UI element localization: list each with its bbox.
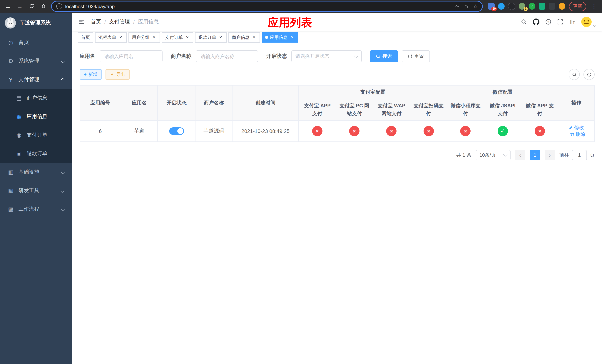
url-text: localhost:1024/pay/app [65,3,115,9]
extension-emoji-icon[interactable] [559,3,565,10]
help-icon[interactable]: ? [545,19,551,25]
extension-avatar-icon[interactable]: 1 [519,3,525,10]
site-info-icon[interactable]: i [56,3,62,9]
tab-process-form[interactable]: 流程表单× [95,32,127,43]
reset-button[interactable]: 重置 [402,50,430,62]
sidebar-item-refund-order[interactable]: ▣ 退款订单 [0,144,72,163]
browser-home-icon[interactable] [39,3,47,10]
close-icon[interactable]: × [151,35,157,40]
sidebar-item-app-info[interactable]: ▦ 应用信息 [0,107,72,126]
chevron-down-icon [593,23,597,27]
browser-update-button[interactable]: 更新 [569,2,586,11]
page-size-select[interactable]: 10条/页 [476,150,511,160]
sidebar-item-infrastructure[interactable]: ▥ 基础设施 [0,163,72,182]
sidebar-item-pay-order[interactable]: ◉ 支付订单 [0,126,72,144]
sidebar: 芋道管理系统 ◷ 首页 ⚙ 系统管理 ¥ 支付管理 ▤ 商户信息 ▦ 应用信息 [0,13,72,364]
close-icon[interactable]: × [251,35,257,40]
refresh-button[interactable] [583,69,595,80]
col-app-name: 应用名 [121,85,158,120]
extension-puzzle-icon[interactable]: 10 [488,3,495,10]
merchant-name-input[interactable] [196,50,258,62]
github-icon[interactable] [533,19,539,25]
chevron-up-icon [61,78,64,81]
extension-dark-icon[interactable] [508,3,515,10]
extension-drop-icon[interactable] [498,3,505,10]
alipay-app-status-icon: × [312,126,322,136]
active-dot [265,36,268,39]
sidebar-item-workflow[interactable]: ▨ 工作流程 [0,200,72,218]
close-icon[interactable]: × [118,35,123,40]
add-button[interactable]: + 新增 [80,69,102,80]
sidebar-item-dev-tools[interactable]: ▧ 研发工具 [0,182,72,200]
col-status: 开启状态 [158,85,195,120]
close-icon[interactable]: × [185,35,190,40]
font-size-icon[interactable]: TT [569,19,575,25]
browser-back-icon[interactable]: ← [4,3,12,10]
tab-user-group[interactable]: 用户分组× [129,32,160,43]
extension-check-icon[interactable]: ✓ [529,3,535,10]
app-name-input[interactable] [100,50,162,62]
col-alipay-pc: 支付宝 PC 网站支付 [336,99,373,120]
export-button[interactable]: 导出 [106,69,129,80]
password-key-icon[interactable] [455,4,460,9]
alipay-pc-status-icon: × [349,126,360,136]
browser-reload-icon[interactable] [27,3,35,10]
sidebar-item-merchant-info[interactable]: ▤ 商户信息 [0,89,72,107]
browser-menu-icon[interactable]: ⋮ [590,3,598,10]
share-icon[interactable] [464,4,469,9]
status-select[interactable]: 请选择开启状态 [291,50,362,62]
tab-pay-order[interactable]: 支付订单× [162,32,193,43]
sidebar-item-system[interactable]: ⚙ 系统管理 [0,52,72,70]
browser-forward-icon[interactable]: → [16,3,24,10]
page-number-1[interactable]: 1 [530,150,540,160]
tab-merchant-info[interactable]: 商户信息× [228,32,260,43]
address-bar[interactable]: i localhost:1024/pay/app ☆ [51,1,483,12]
sidebar-item-label: 基础设施 [19,169,39,175]
tab-app-info[interactable]: 应用信息× [262,32,298,43]
toggle-search-button[interactable] [569,69,580,80]
hamburger-icon[interactable] [78,19,85,25]
prev-page-button[interactable]: ‹ [515,150,525,160]
alipay-qr-status-icon: × [423,126,434,136]
fullscreen-icon[interactable] [557,19,563,25]
extension-badge: 1 [524,7,527,11]
sidebar-item-home[interactable]: ◷ 首页 [0,33,72,52]
breadcrumb-payment[interactable]: 支付管理 [109,19,130,25]
grid-icon: ▦ [16,113,22,120]
bookmark-star-icon[interactable]: ☆ [473,3,478,9]
goto-page-input[interactable] [572,150,587,160]
cell-created: 2021-10-23 08:49:25 [232,120,299,142]
close-icon[interactable]: × [290,35,295,40]
breadcrumb-home[interactable]: 首页 [91,19,101,25]
extension-green-square-icon[interactable] [539,3,545,10]
sidebar-item-label: 支付订单 [27,132,47,139]
user-menu[interactable] [581,16,596,27]
chevron-down-icon [61,170,64,174]
col-action: 操作 [558,85,594,120]
extension-puzzle-dark-icon[interactable] [549,3,555,10]
browser-chrome: ← → i localhost:1024/pay/app ☆ 10 1 [0,0,602,13]
tab-home[interactable]: 首页 [78,32,93,43]
extension-toolbar: 10 1 ✓ [488,3,565,10]
col-app-id: 应用编号 [80,85,121,120]
delete-link[interactable]: 删除 [570,131,585,138]
tab-refund-order[interactable]: 退款订单× [195,32,226,43]
search-button[interactable]: 搜索 [370,50,398,62]
col-wx-mini: 微信小程序支付 [447,99,484,120]
group-wechat-config: 微信配置 [447,85,558,99]
cell-merchant: 芋道源码 [195,120,232,142]
col-created: 创建时间 [232,85,299,120]
search-icon[interactable] [521,19,527,25]
chevron-down-icon [354,54,358,58]
app-name-label: 应用名 [80,53,95,60]
next-page-button[interactable]: › [545,150,555,160]
breadcrumb-current: 应用信息 [138,19,159,25]
tools-icon: ▧ [7,187,14,194]
edit-link[interactable]: 修改 [569,124,584,131]
status-toggle[interactable] [169,127,184,135]
sidebar-item-label: 应用信息 [27,113,47,120]
wx-jsapi-status-icon: ✓ [497,126,508,136]
app-logo-row[interactable]: 芋道管理系统 [0,13,72,33]
close-icon[interactable]: × [218,35,223,40]
sidebar-item-payment[interactable]: ¥ 支付管理 [0,70,72,89]
